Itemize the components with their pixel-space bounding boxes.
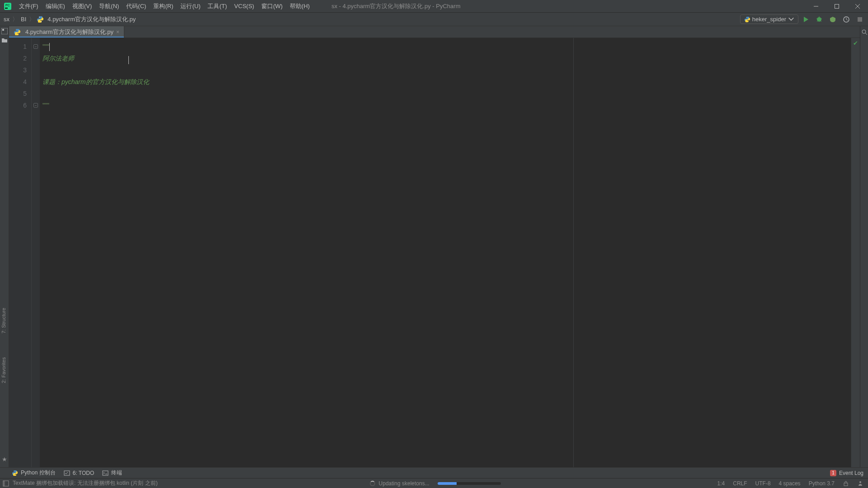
search-icon[interactable] (861, 29, 868, 35)
event-log-badge: 1 (830, 470, 836, 476)
todo-toolwindow-button[interactable]: 6: TODO (64, 470, 94, 476)
svg-line-17 (846, 19, 848, 20)
inspection-ok-icon[interactable]: ✔ (853, 40, 858, 47)
fold-region-end-icon[interactable] (33, 103, 38, 108)
menu-run[interactable]: 运行(U) (177, 0, 204, 13)
navigation-bar: sx 〉 BI 〉 4.pycharm官方汉化与解除汉化.py heker_sp… (0, 13, 868, 26)
close-button[interactable] (847, 0, 868, 13)
chevron-down-icon (788, 16, 794, 23)
main-area: 7: Structure 2: Favorites ★ 4.pycharm官方汉… (0, 26, 868, 467)
svg-point-8 (41, 21, 42, 22)
toolbar-run-actions (802, 16, 868, 23)
editor-body[interactable]: 1 2 3 4 5 6 """ 阿尔法老师 课题：pycharm的官方汉化与解除… (9, 38, 860, 467)
file-encoding[interactable]: UTF-8 (755, 480, 771, 487)
svg-point-21 (862, 30, 866, 33)
project-toolwindow-icon[interactable] (1, 28, 8, 34)
python-icon (744, 16, 750, 23)
run-with-coverage-button[interactable] (829, 16, 836, 23)
line-separator[interactable]: CRLF (733, 480, 747, 487)
menu-nav[interactable]: 导航(N) (95, 0, 123, 13)
line-number: 1 (9, 41, 27, 52)
svg-line-14 (821, 21, 821, 22)
menu-help[interactable]: 帮助(H) (286, 0, 313, 13)
text-caret (49, 43, 50, 51)
line-number: 5 (9, 88, 27, 99)
terminal-label: 终端 (111, 469, 122, 477)
star-icon[interactable]: ★ (2, 456, 7, 463)
structure-toolwindow-button[interactable]: 7: Structure (1, 308, 6, 333)
window-title: sx - 4.pycharm官方汉化与解除汉化.py - PyCharm (313, 2, 806, 10)
python-icon (12, 470, 18, 476)
svg-point-7 (39, 17, 40, 18)
caret-position[interactable]: 1:4 (717, 480, 725, 487)
menu-code[interactable]: 代码(C) (123, 0, 150, 13)
python-console-toolwindow-button[interactable]: Python 控制台 (12, 469, 56, 477)
run-button[interactable] (802, 16, 809, 23)
fold-region-start-icon[interactable] (33, 44, 38, 49)
mouse-text-cursor (128, 56, 129, 64)
menu-window[interactable]: 窗口(W) (258, 0, 286, 13)
svg-line-13 (817, 21, 818, 22)
python-file-icon (37, 16, 44, 23)
line-number: 3 (9, 64, 27, 76)
run-configuration-selector[interactable]: heker_spider (740, 14, 798, 24)
background-task-label: Updating skeletons... (379, 480, 429, 487)
titlebar: PC 文件(F) 编辑(E) 视图(V) 导航(N) 代码(C) 重构(R) 运… (0, 0, 868, 13)
breadcrumb-separator: 〉 (28, 15, 36, 23)
breadcrumb-root[interactable]: sx (3, 16, 10, 23)
svg-point-28 (859, 481, 861, 483)
close-tab-icon[interactable]: × (116, 29, 119, 35)
inspection-profile-icon[interactable] (857, 480, 863, 487)
pycharm-app-icon: PC (3, 1, 13, 11)
breadcrumb: sx 〉 BI 〉 4.pycharm官方汉化与解除汉化.py (0, 15, 137, 23)
menu-tools[interactable]: 工具(T) (204, 0, 231, 13)
window-controls (806, 0, 868, 13)
indent-settings[interactable]: 4 spaces (779, 480, 801, 487)
folder-icon[interactable] (1, 37, 8, 43)
right-toolbar-stub (860, 26, 868, 467)
line-number-gutter: 1 2 3 4 5 6 (9, 38, 32, 467)
run-config-name: heker_spider (752, 16, 786, 23)
profile-button[interactable] (843, 16, 850, 23)
code-line: """ (42, 102, 49, 109)
python-interpreter[interactable]: Python 3.7 (809, 480, 835, 487)
menu-edit[interactable]: 编辑(E) (42, 0, 69, 13)
menu-vcs[interactable]: VCS(S) (231, 0, 258, 13)
favorites-toolwindow-button[interactable]: 2: Favorites (1, 357, 6, 383)
right-margin-guide (573, 38, 574, 467)
todo-icon (64, 470, 70, 476)
menu-view[interactable]: 视图(V) (69, 0, 95, 13)
svg-rect-4 (835, 4, 839, 8)
status-message[interactable]: TextMate 捆绑包加载错误: 无法注册捆绑包 kotlin (片刻 之前) (12, 479, 158, 487)
minimize-button[interactable] (806, 0, 826, 13)
line-number: 6 (9, 99, 27, 111)
maximize-button[interactable] (826, 0, 847, 13)
stop-button[interactable] (856, 16, 863, 23)
menu-refactor[interactable]: 重构(R) (150, 0, 177, 13)
svg-rect-18 (858, 17, 862, 22)
svg-text:PC: PC (5, 4, 10, 7)
svg-rect-20 (2, 29, 4, 31)
editor-error-stripe: ✔ (851, 38, 860, 467)
debug-button[interactable] (816, 16, 823, 23)
background-tasks[interactable]: Updating skeletons... (158, 480, 713, 487)
readonly-lock-icon[interactable] (843, 480, 849, 487)
spinner-icon (370, 481, 375, 486)
breadcrumb-file[interactable]: 4.pycharm官方汉化与解除汉化.py (47, 15, 137, 23)
breadcrumb-folder[interactable]: BI (20, 16, 27, 23)
status-bar: TextMate 捆绑包加载错误: 无法注册捆绑包 kotlin (片刻 之前)… (0, 478, 868, 488)
svg-rect-1 (5, 8, 8, 9)
editor-tab[interactable]: 4.pycharm官方汉化与解除汉化.py × (9, 26, 124, 38)
code-area[interactable]: """ 阿尔法老师 课题：pycharm的官方汉化与解除汉化 """ (40, 38, 851, 467)
terminal-toolwindow-button[interactable]: 终端 (102, 469, 122, 477)
editor-tabs: 4.pycharm官方汉化与解除汉化.py × (9, 26, 860, 38)
svg-rect-27 (844, 483, 848, 486)
svg-rect-24 (103, 471, 108, 475)
event-log-button[interactable]: 1 Event Log (830, 470, 868, 476)
terminal-icon (102, 470, 108, 476)
main-menu: 文件(F) 编辑(E) 视图(V) 导航(N) 代码(C) 重构(R) 运行(U… (15, 0, 313, 13)
line-number: 4 (9, 76, 27, 88)
toolwindow-quick-access-icon[interactable] (3, 480, 9, 487)
menu-file[interactable]: 文件(F) (15, 0, 42, 13)
code-line: 课题：pycharm的官方汉化与解除汉化 (42, 78, 149, 85)
